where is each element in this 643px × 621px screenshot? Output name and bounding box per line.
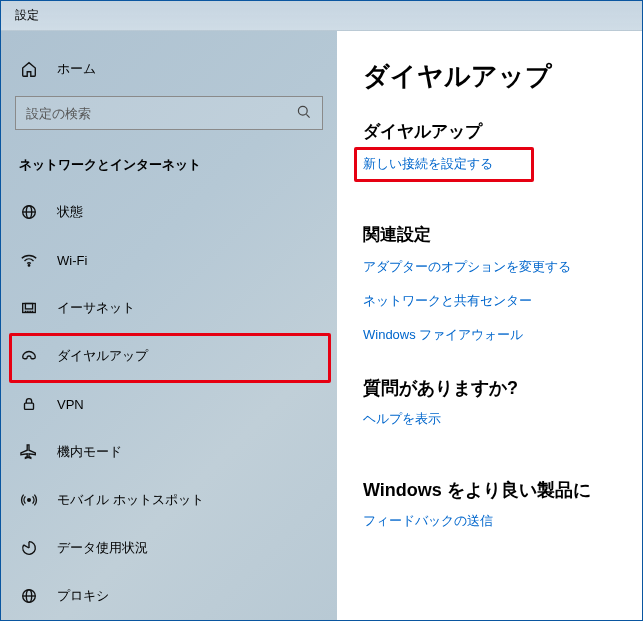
sidebar-item-proxy[interactable]: プロキシ: [1, 572, 337, 620]
page-title: ダイヤルアップ: [363, 59, 616, 94]
section-feedback-heading: Windows をより良い製品に: [363, 478, 616, 502]
svg-point-0: [298, 106, 307, 115]
sidebar-item-datausage[interactable]: データ使用状況: [1, 524, 337, 572]
sidebar-item-label: 機内モード: [57, 443, 122, 461]
wifi-icon: [19, 251, 39, 269]
link-feedback[interactable]: フィードバックの送信: [363, 512, 493, 530]
svg-rect-13: [25, 403, 34, 409]
window-body: ホーム ネットワークとインターネット 状態: [1, 31, 642, 620]
search-box[interactable]: [15, 96, 323, 130]
section-dialup-heading: ダイヤルアップ: [363, 120, 616, 143]
search-icon: [296, 104, 312, 123]
hotspot-icon: [19, 491, 39, 509]
window-title: 設定: [15, 7, 39, 24]
sidebar-item-wifi[interactable]: Wi-Fi: [1, 236, 337, 284]
titlebar: 設定: [1, 1, 642, 31]
datausage-icon: [19, 539, 39, 557]
link-help[interactable]: ヘルプを表示: [363, 410, 441, 428]
status-icon: [19, 203, 39, 221]
vpn-icon: [19, 395, 39, 413]
home-icon: [19, 60, 39, 78]
section-help: 質問がありますか? ヘルプを表示: [363, 376, 616, 446]
sidebar-item-ethernet[interactable]: イーサネット: [1, 284, 337, 332]
content-pane: ダイヤルアップ ダイヤルアップ 新しい接続を設定する 関連設定 アダプターのオプ…: [337, 31, 642, 620]
settings-window: 設定 ホーム ネットワークとインターネット: [0, 0, 643, 621]
link-sharing-center[interactable]: ネットワークと共有センター: [363, 292, 616, 310]
search-input[interactable]: [26, 106, 296, 121]
sidebar-item-dialup[interactable]: ダイヤルアップ: [1, 332, 337, 380]
sidebar-item-label: イーサネット: [57, 299, 135, 317]
sidebar-item-vpn[interactable]: VPN: [1, 380, 337, 428]
svg-line-16: [24, 545, 29, 548]
link-new-connection[interactable]: 新しい接続を設定する: [363, 155, 493, 173]
sidebar-item-label: VPN: [57, 397, 84, 412]
proxy-icon: [19, 587, 39, 605]
svg-line-1: [306, 114, 309, 117]
dialup-icon: [19, 347, 39, 365]
related-links: アダプターのオプションを変更する ネットワークと共有センター Windows フ…: [363, 258, 616, 344]
sidebar-home[interactable]: ホーム: [1, 49, 337, 88]
sidebar-item-label: モバイル ホットスポット: [57, 491, 204, 509]
search-wrap: [1, 88, 337, 144]
svg-rect-7: [25, 304, 32, 309]
sidebar-item-label: データ使用状況: [57, 539, 148, 557]
sidebar-category: ネットワークとインターネット: [1, 144, 337, 188]
sidebar-item-label: 状態: [57, 203, 83, 221]
section-help-heading: 質問がありますか?: [363, 376, 616, 400]
sidebar-item-label: ダイヤルアップ: [57, 347, 148, 365]
sidebar-item-airplane[interactable]: 機内モード: [1, 428, 337, 476]
section-related-heading: 関連設定: [363, 223, 616, 246]
svg-point-14: [28, 499, 31, 502]
sidebar-nav: 状態 Wi-Fi イーサネット: [1, 188, 337, 620]
svg-point-5: [28, 265, 29, 266]
link-adapter-options[interactable]: アダプターのオプションを変更する: [363, 258, 616, 276]
sidebar-item-label: Wi-Fi: [57, 253, 87, 268]
ethernet-icon: [19, 299, 39, 317]
section-feedback: Windows をより良い製品に フィードバックの送信: [363, 478, 616, 548]
sidebar-item-hotspot[interactable]: モバイル ホットスポット: [1, 476, 337, 524]
link-firewall[interactable]: Windows ファイアウォール: [363, 326, 616, 344]
section-related: 関連設定 アダプターのオプションを変更する ネットワークと共有センター Wind…: [363, 223, 616, 344]
sidebar-item-status[interactable]: 状態: [1, 188, 337, 236]
section-dialup: ダイヤルアップ 新しい接続を設定する: [363, 120, 616, 191]
sidebar-item-label: プロキシ: [57, 587, 109, 605]
sidebar-home-label: ホーム: [57, 60, 96, 78]
airplane-icon: [19, 443, 39, 461]
sidebar: ホーム ネットワークとインターネット 状態: [1, 31, 337, 620]
